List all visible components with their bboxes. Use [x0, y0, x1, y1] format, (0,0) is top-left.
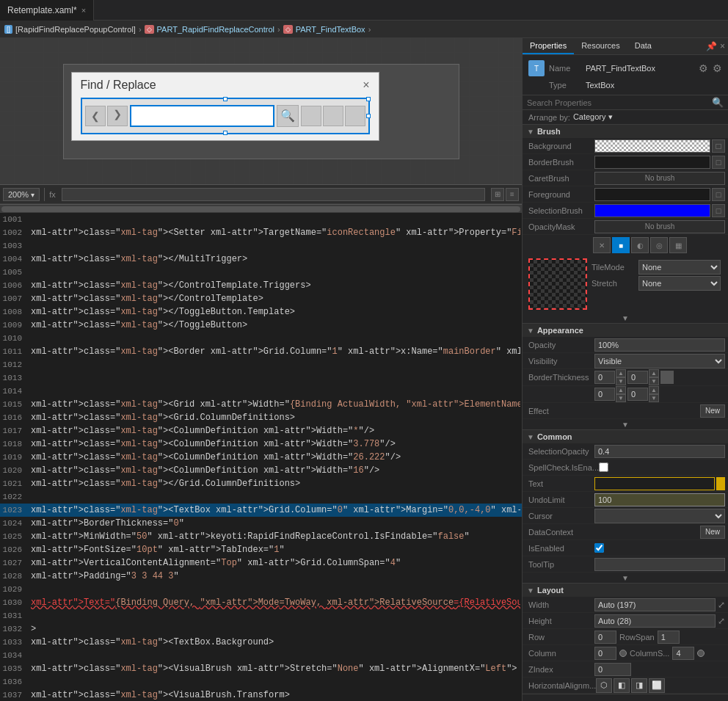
line-content[interactable]	[31, 385, 520, 398]
line-content[interactable]: xml-attr">class="xml-tag"><VisualBrush.T…	[31, 689, 520, 701]
appearance-section-header[interactable]: ▼ Appearance	[523, 324, 728, 337]
line-content[interactable]: xml-attr">class="xml-tag"></MultiTrigger…	[31, 253, 520, 266]
zindex-value[interactable]	[594, 663, 725, 676]
line-content[interactable]: xml-attr">class="xml-tag"><VisualBrush x…	[31, 662, 520, 675]
line-content[interactable]	[31, 239, 520, 253]
background-value[interactable]: □	[594, 139, 725, 153]
opacity-input[interactable]	[594, 338, 725, 352]
line-content[interactable]: xml-attr">class="xml-tag"><ColumnDefinit…	[31, 464, 520, 477]
columnspan-input[interactable]	[672, 647, 694, 660]
undolimit-input[interactable]	[594, 493, 725, 506]
column-value[interactable]: ColumnS...	[594, 647, 725, 660]
line-content[interactable]: xml-attr">Padding="3 3 44 3"	[31, 570, 520, 583]
appearance-expand-icon[interactable]: ▼	[622, 421, 629, 429]
effect-new-button[interactable]: New	[700, 404, 725, 418]
line-content[interactable]: xml-attr">class="xml-tag"></ToggleButton…	[31, 319, 520, 332]
brush-type-linear[interactable]: ◐	[631, 237, 649, 253]
foreground-value[interactable]: □	[594, 188, 725, 201]
width-value[interactable]: ⤢	[594, 598, 725, 611]
datacontext-new-button[interactable]: New	[700, 526, 725, 539]
list-view-btn[interactable]: ≡	[506, 188, 519, 201]
spellcheck-value[interactable]	[599, 462, 725, 472]
line-content[interactable]	[31, 490, 520, 504]
bt-bottom-up[interactable]: ▲	[616, 386, 626, 394]
line-content[interactable]: xml-attr">BorderThickness="0"	[31, 517, 520, 530]
formula-bar-fx[interactable]: fx	[49, 190, 56, 199]
line-content[interactable]: xml-attr">FontSize="10pt" xml-attr">TabI…	[31, 543, 520, 556]
line-content[interactable]: xml-attr">class="xml-tag"><ColumnDefinit…	[31, 424, 520, 437]
line-content[interactable]	[31, 649, 520, 662]
halign-right-btn[interactable]: ◨	[631, 678, 647, 693]
row-input[interactable]	[594, 631, 616, 644]
brush-expand-icon[interactable]: ▼	[622, 314, 629, 322]
appearance-expand-row[interactable]: ▼	[523, 419, 728, 429]
line-content[interactable]: xml-attr">class="xml-tag"></ToggleButton…	[31, 305, 520, 319]
line-content[interactable]: xml-attr">MinWidth="50" xml-attr">keyoti…	[31, 530, 520, 543]
tab-properties[interactable]: Properties	[523, 38, 574, 54]
brush-type-solid[interactable]: ■	[612, 237, 630, 253]
halign-stretch-btn[interactable]: ⬜	[649, 678, 665, 693]
tooltip-value[interactable]	[594, 558, 725, 571]
tilemode-select[interactable]: None	[638, 260, 721, 275]
line-content[interactable]	[31, 583, 520, 596]
common-section-header[interactable]: ▼ Common	[523, 430, 728, 443]
tab-close-button[interactable]: ×	[81, 6, 86, 15]
brush-section-header[interactable]: ▼ Brush	[523, 125, 728, 138]
line-content[interactable]: xml-attr">class="xml-tag"><Border xml-at…	[31, 345, 520, 358]
bt-bottom-input[interactable]	[594, 388, 615, 401]
line-content[interactable]	[31, 332, 520, 345]
opacitymask-value[interactable]: No brush	[594, 220, 725, 233]
zindex-input[interactable]	[594, 663, 631, 676]
stretch-select[interactable]: None	[638, 276, 721, 291]
bt-bottom-down[interactable]: ▼	[616, 394, 626, 402]
caretbrush-value[interactable]: No brush	[594, 172, 725, 185]
brush-type-image[interactable]: ▦	[669, 237, 687, 253]
brush-expand-row[interactable]: ▼	[523, 313, 728, 323]
line-content[interactable]	[31, 675, 520, 689]
panel-close-icon[interactable]: ×	[720, 41, 725, 51]
line-content[interactable]	[31, 358, 520, 371]
line-content[interactable]: xml-attr">class="xml-tag"><Grid xml-attr…	[31, 398, 520, 411]
bt-top-down[interactable]: ▼	[616, 377, 626, 385]
selectionbrush-value[interactable]: □	[594, 204, 725, 217]
halign-center-btn[interactable]: ◧	[614, 678, 630, 693]
bt-top-input[interactable]	[594, 371, 615, 384]
name-edit-btn[interactable]: ⚙	[699, 62, 708, 74]
column-input[interactable]	[594, 647, 616, 660]
bt-left-up[interactable]: ▲	[649, 386, 659, 394]
height-input[interactable]	[594, 614, 716, 628]
row-value[interactable]: RowSpan	[594, 631, 725, 644]
line-content[interactable]: xml-attr">class="xml-tag"><TextBox xml-a…	[31, 504, 520, 517]
isenabled-checkbox[interactable]	[594, 543, 604, 553]
line-content[interactable]: xml-attr">class="xml-tag"></ControlTempl…	[31, 292, 520, 305]
common-expand-row[interactable]: ▼	[523, 573, 728, 583]
editor-hscrollbar[interactable]	[0, 204, 522, 213]
code-editor[interactable]: 1001 1002 xml-attr">class="xml-tag"><Set…	[0, 213, 522, 701]
line-content[interactable]: xml-attr">class="xml-tag"><Grid.ColumnDe…	[31, 411, 520, 424]
grid-view-btn[interactable]: ⊞	[491, 188, 504, 201]
line-content[interactable]	[31, 213, 520, 226]
width-expand-icon[interactable]: ⤢	[718, 600, 725, 610]
brush-type-radial[interactable]: ◎	[650, 237, 668, 253]
height-value[interactable]: ⤢	[594, 614, 725, 628]
visibility-value[interactable]: Visible Hidden Collapsed	[594, 354, 725, 368]
text-input[interactable]	[594, 477, 715, 490]
selectionbrush-btn[interactable]: □	[712, 204, 725, 217]
prop-search-input[interactable]	[527, 98, 709, 107]
line-content[interactable]: xml-attr">class="xml-tag"><ColumnDefinit…	[31, 437, 520, 451]
line-content[interactable]	[31, 266, 520, 279]
foreground-btn[interactable]: □	[712, 188, 725, 201]
layout-section-header[interactable]: ▼ Layout	[523, 584, 728, 597]
line-content[interactable]: xml-attr">Text="{Binding Query, "xml-att…	[31, 596, 520, 609]
zoom-display[interactable]: 200% ▾	[3, 188, 40, 201]
height-expand-icon[interactable]: ⤢	[718, 616, 725, 626]
tooltip-input[interactable]	[594, 558, 725, 571]
bt-right-down[interactable]: ▼	[649, 377, 659, 385]
background-brush-btn[interactable]: □	[712, 139, 725, 153]
borderbrush-value[interactable]: □	[594, 156, 725, 169]
width-input[interactable]	[594, 598, 716, 611]
bt-top-up[interactable]: ▲	[616, 369, 626, 377]
main-tab[interactable]: Retemplate.xaml* ×	[0, 0, 94, 21]
line-content[interactable]: xml-attr">class="xml-tag"></Grid.ColumnD…	[31, 477, 520, 490]
rowspan-input[interactable]	[658, 631, 680, 644]
